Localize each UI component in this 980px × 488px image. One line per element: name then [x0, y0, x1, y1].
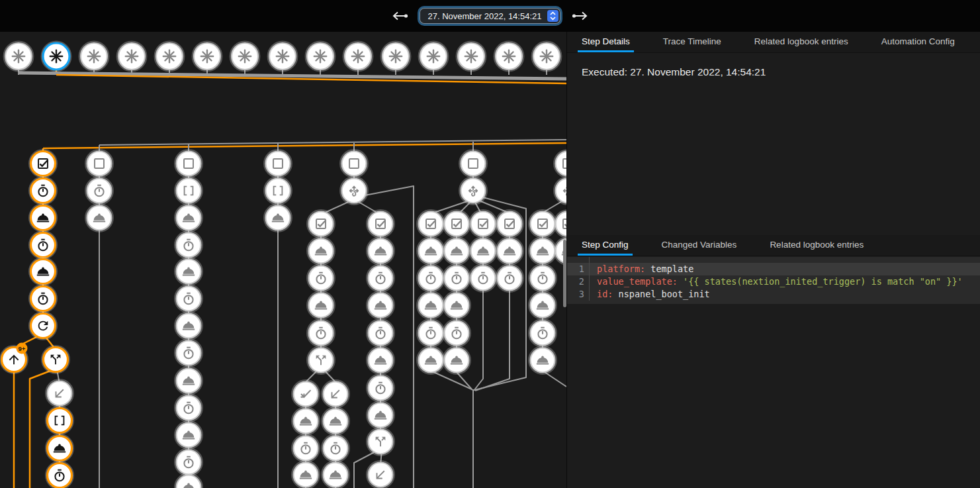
trace-node-dome[interactable] — [529, 346, 556, 373]
trace-node-timer[interactable] — [529, 319, 556, 346]
trace-node-cbb[interactable] — [554, 150, 566, 177]
trace-node-brackets[interactable] — [175, 177, 202, 204]
tab-automation-config[interactable]: Automation Config — [877, 32, 959, 52]
trace-node-asterisk[interactable] — [193, 42, 222, 71]
trace-node-split[interactable] — [42, 346, 69, 373]
previous-run-button[interactable] — [390, 8, 410, 24]
trace-node-dome[interactable] — [529, 291, 556, 318]
trace-node-timer[interactable] — [496, 264, 523, 291]
trace-node-dome[interactable] — [175, 367, 202, 394]
trace-node-cbb[interactable] — [340, 150, 367, 177]
trace-node-dome[interactable] — [175, 312, 202, 339]
trace-node-dome[interactable] — [322, 407, 349, 434]
trace-node-timer[interactable] — [307, 264, 334, 291]
trace-node-arrowbl[interactable] — [322, 380, 349, 407]
trace-node-timer[interactable] — [175, 339, 202, 366]
trace-node-dome[interactable] — [443, 291, 470, 318]
trace-node-asterisk[interactable] — [494, 42, 523, 71]
trace-node-cbb[interactable] — [264, 150, 291, 177]
run-select[interactable]: 27. November 2022, 14:54:21 — [420, 8, 560, 24]
trace-node-dome[interactable] — [292, 461, 319, 488]
trace-node-timer[interactable] — [417, 264, 444, 291]
trace-node-timer[interactable] — [46, 462, 73, 488]
trace-node-dome[interactable] — [417, 237, 444, 264]
trace-node-asterisk[interactable] — [306, 42, 335, 71]
trace-node-dome[interactable] — [367, 291, 394, 318]
trace-node-refresh[interactable] — [29, 312, 56, 339]
trace-node-dome[interactable] — [443, 237, 470, 264]
trace-node-dome[interactable] — [307, 237, 334, 264]
trace-node-dome[interactable] — [443, 346, 470, 373]
trace-node-timer[interactable] — [529, 264, 556, 291]
trace-node-asterisk[interactable] — [79, 42, 109, 71]
trace-node-arrowbl[interactable] — [367, 461, 394, 488]
trace-node-dome[interactable] — [417, 346, 444, 373]
tab-related-logbook-entries[interactable]: Related logbook entries — [766, 235, 868, 256]
trace-node-cbm[interactable] — [367, 210, 394, 237]
trace-node-split[interactable] — [307, 346, 334, 373]
trace-node-dome[interactable] — [175, 204, 202, 231]
trace-node-dome[interactable] — [175, 473, 202, 488]
trace-node-asterisk[interactable] — [230, 42, 259, 71]
trace-node-asterisk[interactable] — [155, 42, 184, 71]
trace-node-timer[interactable] — [322, 434, 349, 462]
trace-node-dome[interactable] — [264, 204, 291, 231]
trace-node-asterisk[interactable] — [117, 42, 146, 71]
trace-node-cbm[interactable] — [307, 210, 334, 237]
trace-node-dome[interactable] — [367, 346, 394, 373]
trace-node-asterisk[interactable] — [42, 42, 71, 71]
trace-node-dome[interactable] — [496, 237, 523, 264]
trace-node-decision[interactable] — [554, 177, 566, 204]
trace-node-cbm[interactable] — [496, 210, 523, 237]
trace-node-decision[interactable] — [459, 177, 486, 204]
trace-node-dome[interactable] — [469, 237, 496, 264]
trace-node-timer[interactable] — [175, 394, 202, 421]
tab-related-logbook-entries[interactable]: Related logbook entries — [750, 32, 852, 52]
tab-trace-timeline[interactable]: Trace Timeline — [659, 32, 725, 52]
trace-node-timer[interactable] — [175, 231, 202, 258]
trace-node-cbm[interactable] — [529, 210, 556, 237]
trace-node-timer[interactable] — [29, 231, 56, 258]
trace-node-cbm[interactable] — [443, 210, 470, 237]
graph-scrollbar-thumb[interactable] — [563, 240, 566, 307]
trace-node-dome[interactable] — [322, 461, 349, 488]
trace-node-cbm[interactable] — [29, 150, 56, 177]
trace-node-arrowbl[interactable] — [46, 379, 73, 407]
trace-node-asterisk[interactable] — [457, 42, 486, 71]
trace-node-checkarrow[interactable] — [292, 380, 319, 407]
trace-node-asterisk[interactable] — [381, 42, 410, 71]
trace-node-dome[interactable] — [46, 434, 73, 462]
trace-node-timer[interactable] — [175, 448, 202, 475]
trace-node-dome[interactable] — [529, 237, 556, 264]
trace-node-dome[interactable] — [29, 204, 56, 231]
trace-node-timer[interactable] — [469, 264, 496, 291]
yaml-code-editor[interactable]: 1platform: template2value_template: '{{ … — [567, 257, 980, 304]
trace-node-cbb[interactable] — [175, 150, 202, 177]
trace-node-dome[interactable] — [85, 204, 112, 231]
trace-node-timer[interactable] — [29, 285, 56, 312]
trace-node-timer[interactable] — [367, 374, 394, 401]
trace-node-timer[interactable] — [85, 177, 112, 204]
trace-node-timer[interactable] — [175, 285, 202, 312]
tab-step-details[interactable]: Step Details — [578, 32, 634, 52]
trace-node-asterisk[interactable] — [532, 42, 561, 71]
trace-node-asterisk[interactable] — [268, 42, 297, 71]
trace-node-dome[interactable] — [29, 258, 56, 285]
trace-node-timer[interactable] — [367, 264, 394, 291]
trace-node-cbb[interactable] — [85, 150, 112, 177]
trace-node-asterisk[interactable] — [419, 42, 448, 71]
trace-node-dome[interactable] — [292, 407, 319, 434]
trace-node-brackets[interactable] — [264, 177, 291, 204]
trace-node-dome[interactable] — [417, 291, 444, 318]
trace-node-cbb[interactable] — [459, 150, 486, 177]
trace-node-decision[interactable] — [340, 177, 367, 204]
trace-node-split[interactable] — [367, 428, 394, 455]
trace-node-timer[interactable] — [29, 177, 56, 204]
trace-node-cbm[interactable] — [469, 210, 496, 237]
trace-node-dome[interactable] — [367, 401, 394, 428]
trace-node-timer[interactable] — [367, 319, 394, 346]
trace-node-dome[interactable] — [307, 291, 334, 318]
tab-step-config[interactable]: Step Config — [578, 235, 633, 256]
trace-node-asterisk[interactable] — [343, 42, 373, 71]
tab-changed-variables[interactable]: Changed Variables — [658, 235, 741, 256]
